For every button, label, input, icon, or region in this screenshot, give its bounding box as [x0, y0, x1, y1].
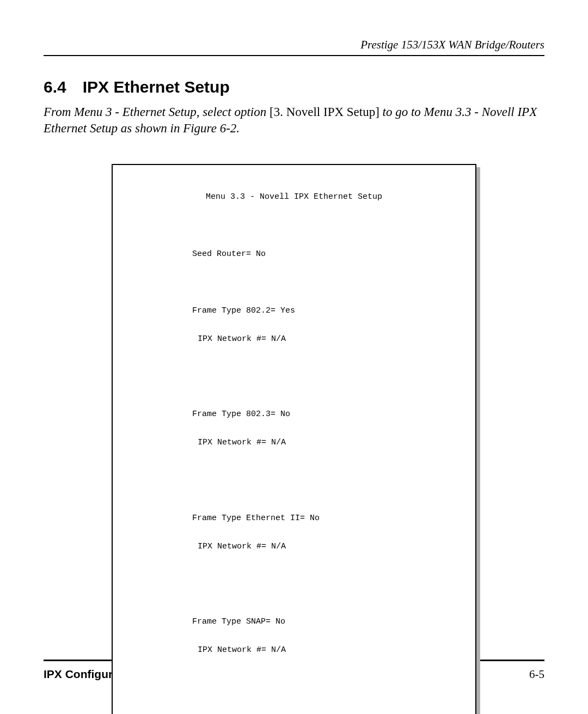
terminal-box: Menu 3.3 - Novell IPX Ethernet Setup See…: [112, 164, 476, 714]
frame-8022-line: Frame Type 802.2= Yes: [192, 306, 465, 315]
section-heading: 6.4IPX Ethernet Setup: [44, 78, 544, 96]
section-number: 6.4: [44, 78, 66, 96]
ipx-snap-line: IPX Network #= N/A: [198, 645, 465, 655]
frame-eth2-line: Frame Type Ethernet II= No: [192, 514, 465, 523]
ipx-8023-line: IPX Network #= N/A: [198, 438, 465, 447]
frame-snap-line: Frame Type SNAP= No: [192, 617, 465, 626]
frame-8023-line: Frame Type 802.3= No: [192, 410, 465, 419]
frame-snap-group: Frame Type SNAP= No IPX Network #= N/A: [192, 599, 465, 674]
section-title: IPX Ethernet Setup: [83, 78, 230, 96]
intro-plain: [3. Novell IPX Setup]: [270, 105, 379, 119]
frame-eth2-group: Frame Type Ethernet II= No IPX Network #…: [192, 495, 465, 570]
intro-paragraph: From Menu 3 - Ethernet Setup, select opt…: [44, 104, 544, 137]
page-header: Prestige 153/153X WAN Bridge/Routers: [44, 38, 544, 56]
terminal-body: Seed Router= No Frame Type 802.2= Yes IP…: [192, 230, 465, 702]
ipx-eth2-line: IPX Network #= N/A: [198, 542, 465, 551]
terminal-title: Menu 3.3 - Novell IPX Ethernet Setup: [122, 192, 465, 202]
frame-8023-group: Frame Type 802.3= No IPX Network #= N/A: [192, 391, 465, 466]
seed-router-line: Seed Router= No: [192, 249, 465, 259]
terminal-container: Menu 3.3 - Novell IPX Ethernet Setup See…: [112, 164, 476, 714]
footer-page-number: 6-5: [529, 668, 544, 681]
ipx-8022-line: IPX Network #= N/A: [198, 334, 465, 344]
frame-8022-group: Frame Type 802.2= Yes IPX Network #= N/A: [192, 287, 465, 362]
intro-italic-1: From Menu 3 - Ethernet Setup, select opt…: [44, 105, 270, 119]
